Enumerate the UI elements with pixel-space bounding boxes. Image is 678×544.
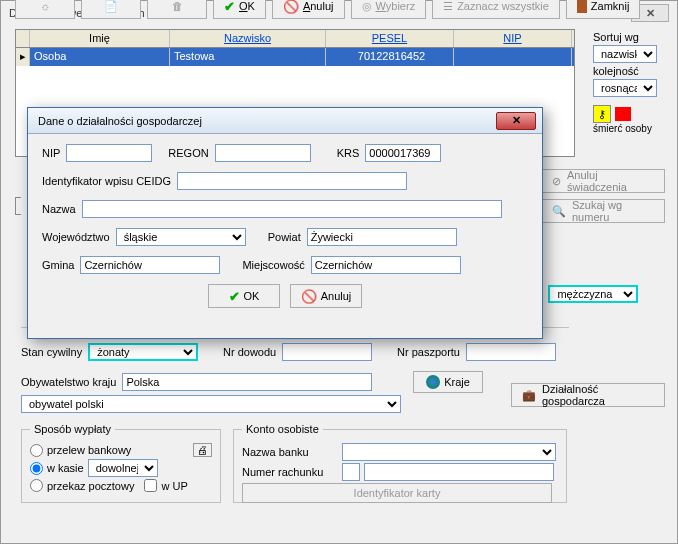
regon-label: REGON (168, 147, 208, 159)
nip-input[interactable] (66, 144, 152, 162)
dialog-ok-button[interactable]: ✔OK (208, 284, 280, 308)
nazwa-input[interactable] (82, 200, 502, 218)
powiat-input[interactable] (307, 228, 457, 246)
kasie-radio[interactable] (30, 462, 43, 475)
close-icon: ✕ (512, 114, 521, 127)
woj-select[interactable]: śląskie (116, 228, 246, 246)
konto-legend: Konto osobiste (242, 423, 323, 435)
kraje-button[interactable]: Kraje (413, 371, 483, 393)
ceidg-label: Identyfikator wpisu CEIDG (42, 175, 171, 187)
grid-header-pesel[interactable]: PESEL (326, 30, 454, 47)
konto-fieldset: Konto osobiste Nazwa banku Numer rachunk… (233, 423, 567, 503)
ceidg-input[interactable] (177, 172, 407, 190)
dialog-close-button[interactable]: ✕ (496, 112, 536, 130)
stan-label: Stan cywilny (21, 346, 82, 358)
stop-icon: ⊘ (552, 175, 561, 188)
dowod-label: Nr dowodu (223, 346, 276, 358)
sun-icon: ☼ (40, 0, 50, 12)
ok-button[interactable]: ✔OK (213, 0, 266, 19)
dowod-row: Nr dowodu (223, 343, 372, 361)
tool1-button[interactable]: ☼ (15, 0, 75, 19)
trash-icon: 🗑 (172, 0, 183, 12)
stan-cywilny-row: Stan cywilny żonaty (21, 343, 198, 361)
przekaz-radio[interactable] (30, 479, 43, 492)
check-icon: ✔ (229, 289, 240, 304)
przelew-label: przelew bankowy (47, 444, 131, 456)
cell-imie: Osoba (30, 48, 170, 66)
grid-header: Imię Nazwisko PESEL NIP (16, 30, 574, 48)
select-all-icon: ☰ (443, 0, 453, 13)
szukaj-numeru-button[interactable]: 🔍 Szukaj wg numeru (541, 199, 665, 223)
zaznacz-button[interactable]: ☰Zaznacz wszystkie (432, 0, 560, 19)
miejsc-input[interactable] (311, 256, 461, 274)
anuluj-swiadczenia-button[interactable]: ⊘ Anuluj świadczenia (541, 169, 665, 193)
dowod-input[interactable] (282, 343, 372, 361)
doc-icon: 📄 (104, 0, 118, 13)
woj-label: Województwo (42, 231, 110, 243)
wup-label: w UP (161, 480, 187, 492)
sort-label: Sortuj wg (593, 31, 665, 43)
regon-input[interactable] (215, 144, 311, 162)
obyw-input[interactable] (122, 373, 372, 391)
cell-pesel: 70122816452 (326, 48, 454, 66)
obywatelstwo-row: Obywatelstwo kraju (21, 373, 372, 391)
plec-select[interactable]: mężczyzna (548, 285, 638, 303)
dialog-anuluj-button[interactable]: 🚫Anuluj (290, 284, 362, 308)
powiat-label: Powiat (268, 231, 301, 243)
bank-select[interactable] (342, 443, 556, 461)
grid-header-imie[interactable]: Imię (30, 30, 170, 47)
bank-icon[interactable]: 🖨 (193, 443, 212, 457)
search-icon: 🔍 (552, 205, 566, 218)
nip-label: NIP (42, 147, 60, 159)
dzialalnosc-dialog: Dane o działalności gospodarczej ✕ NIP R… (27, 107, 543, 339)
dialog-title: Dane o działalności gospodarczej (38, 115, 202, 127)
paszport-input[interactable] (466, 343, 556, 361)
tool2-button[interactable]: 📄 (81, 0, 141, 19)
nazwa-label: Nazwa (42, 203, 76, 215)
id-karty-button[interactable]: Identyfikator karty (242, 483, 552, 503)
sort-order-select[interactable]: rosnąca (593, 79, 657, 97)
obyw-select[interactable]: obywatel polski (21, 395, 401, 413)
bottom-toolbar: ☼ 📄 🗑 ✔OK 🚫Anuluj ◎Wybierz ☰Zaznacz wszy… (15, 0, 665, 19)
sposob-legend: Sposób wypłaty (30, 423, 115, 435)
obyw-label: Obywatelstwo kraju (21, 376, 116, 388)
death-toggle-icon[interactable]: ⚷ (593, 105, 611, 123)
door-icon (577, 0, 587, 13)
dialog-titlebar: Dane o działalności gospodarczej ✕ (28, 108, 542, 134)
rachunek-prefix-input[interactable] (342, 463, 360, 481)
przekaz-label: przekaz pocztowy (47, 480, 134, 492)
cell-nazwisko: Testowa (170, 48, 326, 66)
cell-nip (454, 48, 572, 66)
krs-input[interactable] (365, 144, 441, 162)
zamknij-button[interactable]: Zamknij (566, 0, 641, 19)
tool3-button[interactable]: 🗑 (147, 0, 207, 19)
grid-header-nip[interactable]: NIP (454, 30, 572, 47)
globe-icon (426, 375, 440, 389)
sort-panel: Sortuj wg nazwiska kolejność rosnąca ⚷ ś… (593, 29, 665, 134)
stan-select[interactable]: żonaty (88, 343, 198, 361)
grid-header-nazwisko[interactable]: Nazwisko (170, 30, 326, 47)
briefcase-icon: 💼 (522, 389, 536, 402)
kasie-label: w kasie (47, 462, 84, 474)
target-icon: ◎ (362, 0, 372, 13)
anuluj-button[interactable]: 🚫Anuluj (272, 0, 345, 19)
grid-row-selected[interactable]: ▸ Osoba Testowa 70122816452 (16, 48, 574, 66)
paszport-label: Nr paszportu (397, 346, 460, 358)
sort-field-select[interactable]: nazwiska (593, 45, 657, 63)
gmina-input[interactable] (80, 256, 220, 274)
gmina-label: Gmina (42, 259, 74, 271)
tab-edge (15, 197, 21, 215)
krs-label: KRS (337, 147, 360, 159)
miejsc-label: Miejscowość (242, 259, 304, 271)
row-indicator-icon: ▸ (16, 48, 30, 66)
grid-header-selector (16, 30, 30, 47)
przelew-radio[interactable] (30, 444, 43, 457)
paszport-row: Nr paszportu (397, 343, 556, 361)
check-icon: ✔ (224, 0, 235, 14)
dzialalnosc-button[interactable]: 💼 Działalność gospodarcza (511, 383, 665, 407)
rachunek-input[interactable] (364, 463, 554, 481)
kasie-select[interactable]: dowolnej (88, 459, 158, 477)
wybierz-button[interactable]: ◎Wybierz (351, 0, 427, 19)
nosign-icon: 🚫 (283, 0, 299, 14)
wup-checkbox[interactable] (144, 479, 157, 492)
